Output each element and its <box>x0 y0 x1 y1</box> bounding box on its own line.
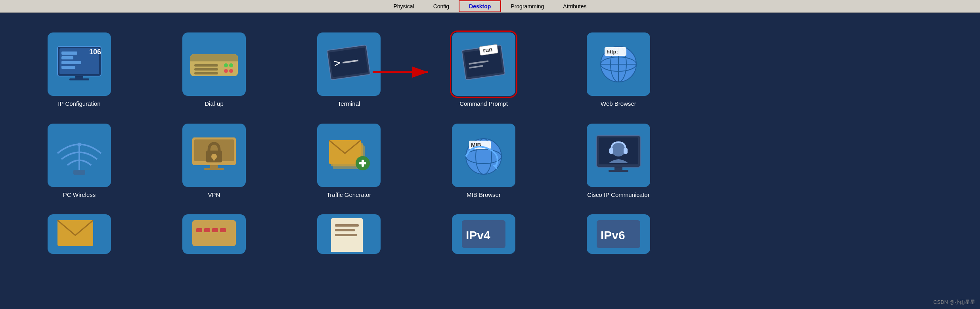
svg-rect-2 <box>61 52 77 55</box>
svg-rect-13 <box>194 68 218 71</box>
svg-rect-72 <box>220 228 226 232</box>
svg-rect-75 <box>335 229 355 231</box>
tab-physical[interactable]: Physical <box>384 1 423 11</box>
icon-cell-ipv4[interactable]: IPv4 <box>428 206 539 262</box>
tab-desktop[interactable]: Desktop <box>459 0 501 12</box>
svg-rect-65 <box>614 167 622 170</box>
web-browser-icon-box: http: <box>587 32 650 96</box>
dialup-icon-box <box>182 32 246 96</box>
icon-cell-command-prompt[interactable]: run Command Prompt <box>428 25 539 112</box>
svg-text:http:: http: <box>607 49 618 55</box>
svg-rect-64 <box>624 148 628 154</box>
svg-rect-53 <box>362 160 364 167</box>
svg-text:IPv6: IPv6 <box>601 229 625 242</box>
icon-cell-device2[interactable] <box>159 206 270 262</box>
svg-rect-46 <box>210 165 218 168</box>
traffic-generator-label: Traffic Generator <box>327 191 371 199</box>
svg-point-40 <box>77 143 81 147</box>
svg-rect-8 <box>69 78 89 80</box>
svg-rect-69 <box>196 228 202 232</box>
svg-rect-63 <box>609 148 613 154</box>
ip-config-label: IP Configuration <box>58 100 100 108</box>
icon-cell-email[interactable] <box>24 206 135 262</box>
tab-bar: Physical Config Desktop Programming Attr… <box>0 0 980 13</box>
svg-rect-5 <box>61 66 75 69</box>
svg-point-16 <box>229 63 233 67</box>
device2-icon-box <box>182 214 246 254</box>
svg-rect-71 <box>212 228 218 232</box>
svg-rect-66 <box>609 170 628 172</box>
svg-rect-14 <box>194 72 218 74</box>
svg-point-15 <box>224 63 228 67</box>
ip-config-icon-box: 106 <box>48 32 111 96</box>
vpn-icon-box <box>182 124 246 187</box>
tab-attributes[interactable]: Attributes <box>553 1 596 11</box>
icon-cell-pc-wireless[interactable]: PC Wireless <box>24 116 135 203</box>
email-icon-box <box>48 214 111 254</box>
icon-cell-ipv6[interactable]: IPv6 <box>563 206 674 262</box>
command-prompt-label: Command Prompt <box>459 100 508 108</box>
svg-rect-70 <box>204 228 210 232</box>
command-prompt-icon-box: run <box>452 32 515 96</box>
svg-rect-11 <box>190 58 238 61</box>
desktop-area: 106 IP Configuration <box>0 13 980 309</box>
tab-programming[interactable]: Programming <box>501 1 553 11</box>
icon-cell-mib-browser[interactable]: MIB MIB Browser <box>428 116 539 203</box>
mib-browser-icon-box: MIB <box>452 124 515 187</box>
web-browser-label: Web Browser <box>601 100 636 108</box>
svg-text:106: 106 <box>89 48 101 56</box>
terminal-label: Terminal <box>338 100 360 108</box>
icon-cell-terminal[interactable]: > Terminal <box>293 25 404 112</box>
icon-row-2: PC Wireless VPN <box>0 112 980 203</box>
icon-row-3: IPv4 IPv6 <box>0 202 980 262</box>
svg-rect-12 <box>194 64 218 67</box>
cisco-ip-communicator-icon-box <box>587 124 650 187</box>
pc-wireless-icon-box <box>48 124 111 187</box>
svg-point-18 <box>229 69 233 73</box>
svg-text:run: run <box>482 46 493 54</box>
icon-cell-vpn[interactable]: VPN <box>159 116 270 203</box>
svg-rect-4 <box>61 61 81 64</box>
icon-cell-dialup[interactable]: Dial-up <box>159 25 270 112</box>
device3-icon-box <box>317 214 381 254</box>
svg-rect-45 <box>213 156 215 160</box>
svg-rect-3 <box>61 56 73 59</box>
icon-cell-device3[interactable] <box>293 206 404 262</box>
svg-text:IPv4: IPv4 <box>466 229 490 242</box>
svg-rect-68 <box>192 220 236 246</box>
svg-rect-39 <box>73 170 85 175</box>
mib-browser-label: MIB Browser <box>467 191 501 199</box>
pc-wireless-label: PC Wireless <box>63 191 96 199</box>
terminal-icon-box: > <box>317 32 381 96</box>
watermark: CSDN @小雨星星 <box>933 299 975 306</box>
icon-row-1: 106 IP Configuration <box>0 13 980 112</box>
tab-config[interactable]: Config <box>424 1 459 11</box>
svg-point-17 <box>224 69 228 73</box>
icon-cell-cisco-ip-communicator[interactable]: Cisco IP Communicator <box>563 116 674 203</box>
icon-cell-traffic-generator[interactable]: Traffic Generator <box>293 116 404 203</box>
icon-cell-web-browser[interactable]: http: Web Browser <box>563 25 674 112</box>
ipv6-icon-box: IPv6 <box>587 214 650 254</box>
dialup-label: Dial-up <box>205 100 224 108</box>
svg-rect-47 <box>204 168 224 170</box>
cisco-ip-communicator-label: Cisco IP Communicator <box>587 191 649 199</box>
svg-rect-74 <box>335 224 359 227</box>
icon-cell-ip-config[interactable]: 106 IP Configuration <box>24 25 135 112</box>
svg-rect-76 <box>335 234 357 236</box>
vpn-label: VPN <box>208 191 220 199</box>
ipv4-icon-box: IPv4 <box>452 214 515 254</box>
traffic-generator-icon-box <box>317 124 381 187</box>
